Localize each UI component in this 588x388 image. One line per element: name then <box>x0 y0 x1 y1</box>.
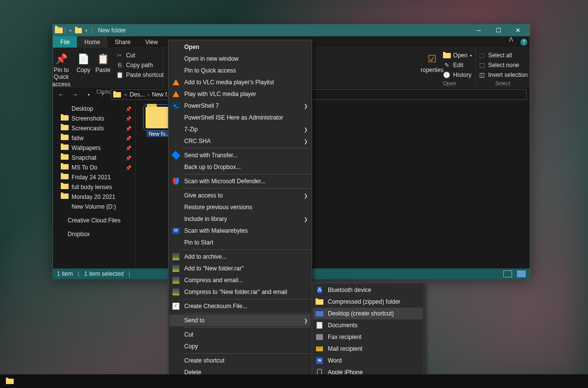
menu-item[interactable]: Compress and email... <box>170 274 311 286</box>
tab-file[interactable]: File <box>53 36 77 48</box>
menu-item-label: Bluetooth device <box>328 287 420 293</box>
menu-item[interactable]: Add to VLC media player's Playlist <box>170 76 311 88</box>
sidebar-item[interactable]: New Volume (D:) <box>53 202 135 212</box>
navigation-sidebar[interactable]: Desktop📌Screenshots📌Screencasts📌fatiw📌Wa… <box>53 102 135 268</box>
menu-item[interactable]: Pin to Quick access <box>170 65 311 76</box>
sidebar-item[interactable]: Screencasts📌 <box>53 123 135 133</box>
mail-icon <box>315 345 324 353</box>
menu-item[interactable]: WWord <box>313 355 423 366</box>
qat-dropdown-icon[interactable]: ▾ <box>83 27 90 34</box>
menu-item-label: Pin to Start <box>184 239 308 246</box>
sidebar-item[interactable]: Wallpapers📌 <box>53 143 135 153</box>
menu-item[interactable]: Mail recipient <box>313 343 423 355</box>
copy-path-button[interactable]: ⎘Copy path <box>114 61 166 70</box>
paste-button[interactable]: 📋Paste <box>94 50 112 73</box>
titlebar[interactable]: ▫ ▾ New folder ─ ☐ ✕ <box>53 24 530 36</box>
invert-selection-button[interactable]: ◫Invert selection <box>476 71 530 79</box>
menu-item[interactable]: Send to❯ <box>170 315 311 326</box>
properties-button[interactable]: ☑roperties <box>425 50 439 73</box>
qat-properties-icon[interactable]: ▫ <box>67 27 74 34</box>
copy-path-icon: ⎘ <box>116 61 123 69</box>
menu-item[interactable]: >_PowerShell 7❯ <box>170 100 311 112</box>
back-button[interactable]: ← <box>56 89 67 100</box>
menu-item[interactable]: Back up to Dropbox... <box>170 161 311 173</box>
paste-icon: 📋 <box>96 52 110 66</box>
desktop-icon <box>61 105 69 112</box>
tab-view[interactable]: View <box>138 36 165 48</box>
sidebar-item[interactable]: Monday 20 2021 <box>53 192 135 202</box>
menu-item-label: Create shortcut <box>184 357 308 364</box>
history-button[interactable]: 🕘History <box>441 71 474 79</box>
minimize-button[interactable]: ─ <box>469 24 489 36</box>
menu-separator <box>183 313 311 314</box>
collapse-ribbon-icon[interactable]: ᐱ <box>507 36 515 48</box>
copy-icon: 📄 <box>76 52 90 66</box>
select-none-icon: ⬚ <box>478 61 486 69</box>
menu-item[interactable]: Compress to "New folder.rar" and email <box>170 286 311 298</box>
menu-item[interactable]: Create Checksum File... <box>170 300 311 312</box>
sidebar-item[interactable]: Dropbox <box>53 229 135 239</box>
menu-item[interactable]: Include in library❯ <box>170 213 311 225</box>
folder-icon <box>61 115 69 122</box>
cc-icon <box>57 217 65 224</box>
breadcrumb-segment[interactable]: Des... <box>128 91 147 98</box>
open-button[interactable]: Open ▾ <box>441 51 474 60</box>
paste-shortcut-button[interactable]: 📋Paste shortcut <box>114 71 166 79</box>
qat-new-folder-icon[interactable] <box>75 27 82 34</box>
blank-icon <box>172 316 180 324</box>
menu-item[interactable]: Open in new window <box>170 53 311 65</box>
up-button[interactable]: ↑ <box>97 89 108 100</box>
menu-item[interactable]: MScan with Malwarebytes <box>170 225 311 237</box>
select-none-button[interactable]: ⬚Select none <box>476 61 530 70</box>
menu-item[interactable]: Create shortcut <box>170 355 311 366</box>
cut-button[interactable]: ✂Cut <box>114 51 166 60</box>
close-button[interactable]: ✕ <box>508 24 528 36</box>
menu-item[interactable]: Cut <box>170 329 311 340</box>
help-button[interactable]: ? <box>518 36 530 48</box>
sidebar-item[interactable]: Snapchat📌 <box>53 153 135 163</box>
menu-item[interactable]: Scan with Microsoft Defender... <box>170 175 311 187</box>
pin-quick-access-button[interactable]: 📌Pin to Quick access <box>50 50 73 88</box>
copy-button[interactable]: 📄Copy <box>74 50 92 73</box>
sidebar-item[interactable]: MS To Do📌 <box>53 163 135 172</box>
select-all-button[interactable]: ⬚Select all <box>476 51 530 60</box>
menu-item[interactable]: PowerShell ISE Here as Administrator <box>170 112 311 123</box>
menu-item[interactable]: Add to archive... <box>170 251 311 263</box>
icons-view-button[interactable] <box>517 270 526 277</box>
sidebar-item-label: New Volume (D:) <box>72 203 116 210</box>
menu-item[interactable]: Give access to❯ <box>170 190 311 201</box>
menu-item[interactable]: Desktop (create shortcut) <box>313 308 423 319</box>
sendto-submenu: ⁂Bluetooth deviceCompressed (zipped) fol… <box>312 283 424 388</box>
sidebar-item[interactable]: Creative Cloud Files <box>53 216 135 225</box>
taskbar-explorer-icon[interactable] <box>2 374 18 388</box>
menu-item[interactable]: Compressed (zipped) folder <box>313 296 423 308</box>
details-view-button[interactable] <box>503 270 512 277</box>
recent-dropdown[interactable]: ▾ <box>83 89 94 100</box>
sidebar-item[interactable]: Screenshots📌 <box>53 114 135 123</box>
tab-share[interactable]: Share <box>107 36 138 48</box>
menu-item[interactable]: CRC SHA❯ <box>170 135 311 147</box>
blank-icon <box>172 125 180 133</box>
tab-home[interactable]: Home <box>77 36 107 48</box>
menu-item[interactable]: Fax recipient <box>313 331 423 343</box>
menu-item[interactable]: 7-Zip❯ <box>170 123 311 135</box>
menu-item-label: Mail recipient <box>328 345 420 352</box>
menu-separator <box>183 327 311 328</box>
menu-item[interactable]: Add to "New folder.rar" <box>170 263 311 274</box>
menu-item[interactable]: Restore previous versions <box>170 201 311 213</box>
menu-item[interactable]: Play with VLC media player <box>170 88 311 100</box>
menu-item[interactable]: ⁂Bluetooth device <box>313 284 423 296</box>
menu-item[interactable]: Open <box>170 41 311 53</box>
sidebar-item[interactable]: Friday 24 2021 <box>53 172 135 182</box>
edit-button[interactable]: ✎Edit <box>441 61 474 70</box>
taskbar[interactable] <box>0 374 588 388</box>
menu-item[interactable]: Pin to Start <box>170 237 311 248</box>
menu-item[interactable]: Send with Transfer... <box>170 149 311 161</box>
maximize-button[interactable]: ☐ <box>489 24 508 36</box>
menu-item[interactable]: Documents <box>313 319 423 331</box>
sidebar-item[interactable]: fatiw📌 <box>53 133 135 143</box>
sidebar-item[interactable]: Desktop📌 <box>53 104 135 114</box>
sidebar-item[interactable]: full body lenses <box>53 182 135 192</box>
menu-item[interactable]: Copy <box>170 340 311 352</box>
forward-button[interactable]: → <box>70 89 80 100</box>
